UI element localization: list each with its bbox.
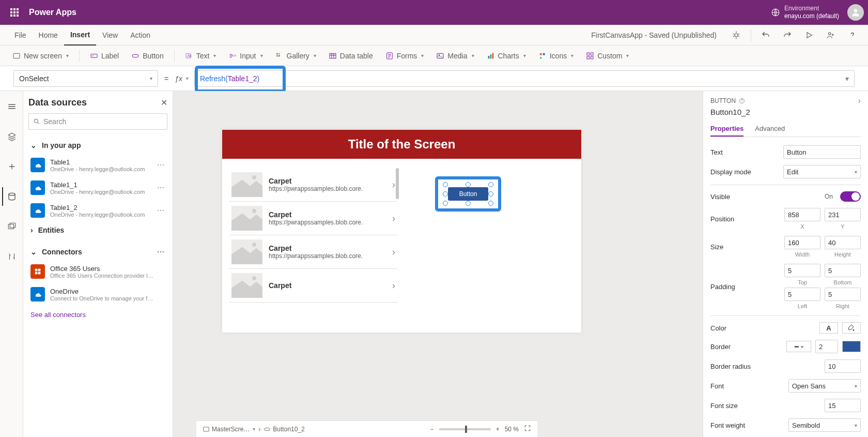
search-input[interactable]: Search [28, 113, 167, 130]
formula-input[interactable]: Refresh(Table1_2) ▾ [194, 70, 855, 87]
resize-handle[interactable] [466, 201, 471, 206]
prop-font-weight-select[interactable]: Semibold▾ [788, 418, 861, 432]
prop-visible-toggle[interactable] [840, 191, 861, 202]
chevron-right-icon[interactable]: › [392, 280, 395, 291]
zoom-out-icon[interactable]: − [430, 426, 434, 433]
environment-picker[interactable]: Environment enayu.com (default) [771, 5, 839, 20]
data-source-item[interactable]: Table1OneDrive - henry.legge@outlook.com… [28, 154, 167, 176]
font-color-picker[interactable]: A [819, 322, 838, 334]
redo-icon[interactable] [780, 28, 795, 42]
resize-handle[interactable] [466, 182, 471, 187]
rail-tree-icon[interactable] [2, 97, 21, 116]
list-item[interactable]: Carpethttps://pwrappssamples.blob.core. … [229, 202, 397, 235]
more-icon[interactable]: ⋯ [157, 248, 165, 256]
prop-pad-right-input[interactable]: 5 [825, 288, 861, 301]
data-source-item[interactable]: Table1_2OneDrive - henry.legge@outlook.c… [28, 199, 167, 222]
ribbon-media[interactable]: Media▾ [434, 46, 476, 66]
breadcrumb-control[interactable]: Button10_2 [264, 426, 304, 433]
resize-handle[interactable] [443, 201, 448, 206]
prop-pad-left-input[interactable]: 5 [784, 288, 820, 301]
rail-media-icon[interactable] [2, 217, 21, 236]
connector-item[interactable]: OneDriveConnect to OneDrive to manage yo… [28, 283, 167, 306]
fx-icon[interactable]: ƒx▾ [175, 74, 188, 83]
prop-pad-bottom-input[interactable]: 5 [825, 264, 861, 277]
share-icon[interactable] [824, 28, 838, 42]
resize-handle[interactable] [488, 201, 493, 206]
more-icon[interactable]: ⋯ [157, 206, 165, 215]
list-item[interactable]: Carpethttps://pwrappssamples.blob.core. … [229, 168, 397, 202]
canvas-area[interactable]: Title of the Screen Carpethttps://pwrapp… [173, 91, 703, 437]
ribbon-forms[interactable]: Forms▾ [383, 46, 426, 66]
fill-color-picker[interactable] [842, 322, 861, 334]
chevron-right-icon[interactable]: › [392, 247, 395, 258]
ribbon-data-table[interactable]: Data table [327, 46, 375, 66]
ribbon-text[interactable]: Ab Text▾ [183, 46, 219, 66]
connector-item[interactable]: Office 365 UsersOffice 365 Users Connect… [28, 260, 167, 283]
more-icon[interactable]: ⋯ [157, 161, 165, 169]
menu-file[interactable]: File [8, 25, 33, 46]
resize-handle[interactable] [488, 191, 493, 197]
close-icon[interactable]: ✕ [161, 98, 167, 108]
see-all-connectors-link[interactable]: See all connectors [28, 306, 167, 324]
chevron-right-icon[interactable]: › [392, 213, 395, 224]
menu-action[interactable]: Action [124, 25, 157, 46]
ribbon-custom[interactable]: Custom▾ [584, 46, 631, 66]
border-color-picker[interactable] [842, 341, 861, 352]
ribbon-gallery[interactable]: Gallery▾ [273, 46, 318, 66]
prop-border-radius-input[interactable]: 10 [825, 359, 861, 373]
section-entities[interactable]: › Entities [28, 222, 167, 238]
menu-home[interactable]: Home [33, 25, 64, 46]
prop-text-input[interactable]: Button [783, 145, 861, 159]
app-screen[interactable]: Title of the Screen Carpethttps://pwrapp… [222, 130, 581, 333]
list-item[interactable]: Carpet › [229, 269, 397, 303]
rail-insert-icon[interactable] [2, 157, 21, 176]
prop-pad-top-input[interactable]: 5 [784, 264, 820, 277]
ribbon-new-screen[interactable]: New screen▾ [10, 46, 71, 66]
zoom-in-icon[interactable]: + [496, 426, 500, 433]
gallery-list[interactable]: Carpethttps://pwrappssamples.blob.core. … [229, 168, 397, 303]
prop-width-input[interactable]: 160 [784, 236, 820, 249]
app-checker-icon[interactable] [729, 28, 743, 42]
prop-pos-y-input[interactable]: 231 [825, 208, 861, 221]
tab-properties[interactable]: Properties [710, 122, 743, 137]
user-avatar[interactable] [847, 4, 864, 21]
rail-advanced-icon[interactable] [2, 247, 21, 266]
chevron-right-icon[interactable]: › [392, 179, 395, 190]
menu-view[interactable]: View [96, 25, 124, 46]
zoom-slider[interactable] [439, 428, 491, 430]
expand-formula-icon[interactable]: ▾ [845, 74, 849, 83]
data-source-item[interactable]: Table1_1OneDrive - henry.legge@outlook.c… [28, 176, 167, 199]
ribbon-icons[interactable]: Icons▾ [536, 46, 576, 66]
resize-handle[interactable] [443, 191, 448, 197]
rail-layers-icon[interactable] [2, 127, 21, 146]
expand-panel-icon[interactable]: › [858, 96, 861, 106]
app-launcher-icon[interactable] [4, 2, 25, 23]
list-item[interactable]: Carpethttps://pwrappssamples.blob.core. … [229, 235, 397, 269]
prop-border-width-input[interactable]: 2 [815, 340, 838, 353]
prop-font-size-input[interactable]: 15 [825, 399, 861, 412]
fit-screen-icon[interactable] [524, 425, 531, 433]
ribbon-label[interactable]: Label [88, 46, 121, 66]
ribbon-charts[interactable]: Charts▾ [485, 46, 528, 66]
prop-height-input[interactable]: 40 [825, 236, 861, 249]
section-in-your-app[interactable]: ⌄ In your app [28, 137, 167, 154]
resize-handle[interactable] [443, 182, 448, 187]
button-control[interactable]: Button [448, 187, 488, 201]
ribbon-input[interactable]: Input▾ [226, 46, 265, 66]
prop-font-select[interactable]: Open Sans▾ [788, 379, 861, 393]
breadcrumb-screen[interactable]: MasterScre… ▾ [203, 426, 255, 433]
more-icon[interactable]: ⋯ [157, 184, 165, 192]
prop-pos-x-input[interactable]: 858 [784, 208, 820, 221]
preview-icon[interactable] [802, 28, 816, 42]
section-connectors[interactable]: ⌄ Connectors ⋯ [28, 244, 167, 260]
tab-advanced[interactable]: Advanced [755, 122, 785, 137]
ribbon-button[interactable]: Button [129, 46, 165, 66]
prop-display-mode-select[interactable]: Edit▾ [783, 165, 861, 178]
undo-icon[interactable] [758, 28, 773, 42]
property-selector[interactable]: OnSelect ▾ [13, 70, 158, 87]
menu-insert[interactable]: Insert [64, 25, 96, 46]
border-style-picker[interactable]: ━▾ [786, 341, 811, 352]
rail-data-icon[interactable] [2, 187, 21, 206]
help-icon[interactable] [845, 28, 860, 42]
resize-handle[interactable] [488, 182, 493, 187]
